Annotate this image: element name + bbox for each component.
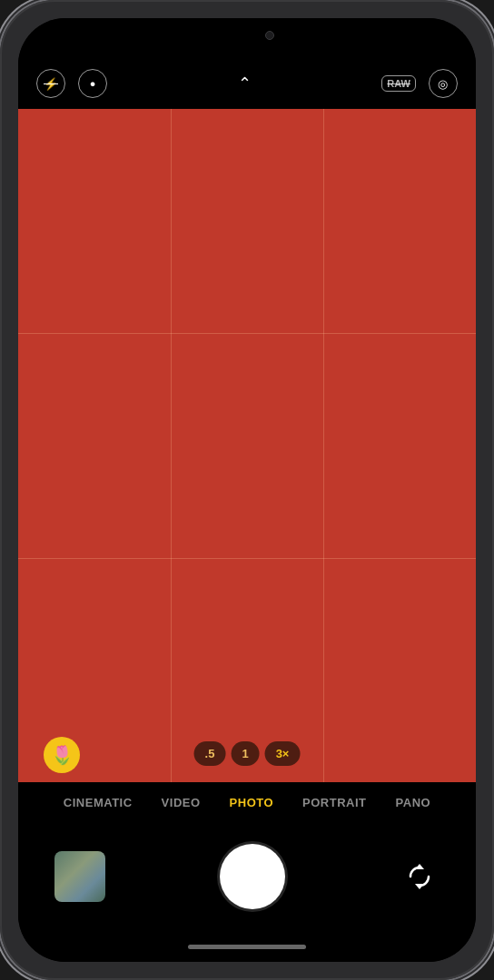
options-button[interactable]: ◎ [429,69,458,98]
viewfinder[interactable]: 🌷 .5 1 3× [18,109,476,782]
zoom-3x-label: 3× [276,747,290,760]
front-camera [265,31,274,40]
mode-pano[interactable]: PANO [381,796,446,809]
live-photo-button[interactable]: ● [78,69,107,98]
top-left-icons: ⚡ ● [36,69,107,98]
chevron-up-icon: ⌃ [238,74,252,93]
phone-frame: ⚡ ● ⌃ RAW ◎ [0,0,494,980]
flip-camera-icon [403,860,436,893]
zoom-controls: .5 1 3× [194,741,301,766]
mode-video[interactable]: VIDEO [147,796,215,809]
mode-portrait[interactable]: PORTRAIT [288,796,380,809]
phone-screen: ⚡ ● ⌃ RAW ◎ [18,18,476,962]
macro-button[interactable]: 🌷 [44,737,80,773]
zoom-1-label: 1 [242,747,248,760]
thumbnail-image [54,851,105,902]
svg-marker-0 [415,864,424,869]
grid-line-h2 [18,558,476,559]
options-icon: ◎ [438,77,448,91]
live-photo-icon: ● [90,78,96,89]
status-bar [18,18,476,58]
flip-camera-button[interactable] [400,857,440,897]
zoom-05-label: .5 [205,747,215,760]
camera-controls [18,822,476,931]
top-controls: ⚡ ● ⌃ RAW ◎ [18,58,476,109]
notch [193,18,301,44]
top-right-icons: RAW ◎ [381,69,458,98]
grid-overlay [18,109,476,782]
flash-button[interactable]: ⚡ [36,69,65,98]
svg-marker-1 [415,884,424,889]
mode-photo[interactable]: PHOTO [215,796,289,809]
zoom-3x-button[interactable]: 3× [265,741,301,766]
macro-icon: 🌷 [51,744,74,766]
photo-thumbnail[interactable] [54,851,105,902]
home-bar [188,945,306,949]
flash-icon: ⚡ [44,77,58,91]
raw-button[interactable]: RAW [381,75,416,92]
home-indicator [18,931,476,962]
grid-line-v2 [323,109,324,782]
zoom-1-button[interactable]: 1 [231,741,259,766]
shutter-button[interactable] [220,844,285,909]
chevron-up-button[interactable]: ⌃ [238,74,252,93]
grid-line-v1 [171,109,172,782]
mode-cinematic[interactable]: CINEMATIC [49,796,147,809]
mode-selector: CINEMATIC VIDEO PHOTO PORTRAIT PANO [18,782,476,822]
grid-line-h1 [18,333,476,334]
zoom-05-button[interactable]: .5 [194,741,226,766]
